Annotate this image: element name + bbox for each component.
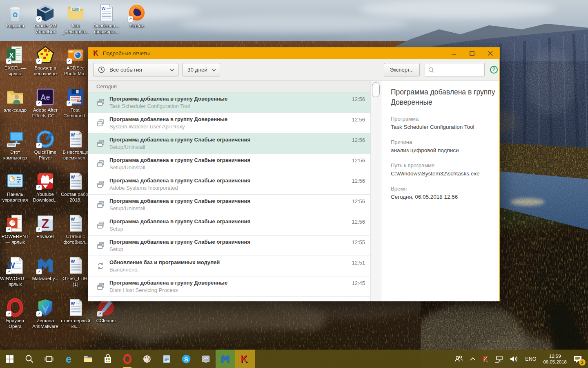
event-row[interactable]: Программа добавлена в группу Доверенные … <box>88 92 370 113</box>
taskbar-edge-button[interactable]: e <box>59 350 78 368</box>
close-button[interactable] <box>481 47 499 59</box>
desktop-icon-sandboxie[interactable]: ↗ Браузер в песочнице <box>30 45 61 76</box>
desktop-screen: ♻ Корзина ↗ Oracle VM VirtualBox foto _e… <box>0 0 588 368</box>
svg-text:W: W <box>71 132 75 137</box>
desktop-icon-osobenno-doc[interactable]: W Особенно... формиро... <box>91 3 122 34</box>
svg-text:W: W <box>71 259 75 264</box>
export-button[interactable]: Экспорт... <box>384 63 420 76</box>
malwarebytes-icon <box>220 354 231 364</box>
desktop-icon-statya-doc[interactable]: W Статья с фотобиол.. <box>60 214 91 245</box>
tray-network-button[interactable] <box>492 350 507 368</box>
taskbar-utility-button[interactable] <box>196 350 216 368</box>
tray-expand-button[interactable] <box>467 350 479 368</box>
maximize-button[interactable] <box>463 47 481 59</box>
shortcut-arrow-icon: ↗ <box>36 227 42 232</box>
notification-badge: 2 <box>579 359 586 366</box>
svg-text:e: e <box>66 353 71 365</box>
tray-kaspersky-button[interactable]: KK <box>479 350 492 368</box>
folder-icon <box>66 3 85 22</box>
taskbar-kaspersky-button[interactable]: KK <box>235 350 255 368</box>
shortcut-arrow-icon: ↗ <box>6 311 11 316</box>
people-icon <box>454 355 463 364</box>
search-input[interactable] <box>425 63 485 76</box>
event-row[interactable]: Программа добавлена в группу Слабые огра… <box>88 215 370 236</box>
desktop-icon-control-panel[interactable]: Панель управления <box>0 172 31 203</box>
taskbar-wordpad-button[interactable] <box>157 350 176 368</box>
start-button[interactable] <box>0 350 20 368</box>
taskbar-store-button[interactable] <box>98 350 118 368</box>
desktop-icon-opera[interactable]: ↗ Браузер Opera <box>0 298 31 329</box>
opera-icon: ↗ <box>6 298 24 317</box>
desktop-icon-this-pc[interactable]: Этот компьютер <box>0 130 31 161</box>
svg-text:W: W <box>102 6 106 11</box>
malwarebytes-icon: ↗ <box>36 256 55 275</box>
action-center-button[interactable]: 2 <box>570 350 588 368</box>
desktop-icon-acdsee[interactable]: ↗ ACDSee Photo Ma.. <box>60 45 91 76</box>
desktop-icon-recycle-bin[interactable]: ♻ Корзина <box>0 3 31 29</box>
taskbar-opera-button[interactable] <box>118 350 137 368</box>
desktop-icon-winword[interactable]: W↗ WINWORD — ярлык <box>0 256 31 287</box>
document-icon: W <box>97 3 116 22</box>
search-icon <box>428 67 434 73</box>
language-indicator[interactable]: ENG <box>521 350 540 368</box>
privazer-icon: Z↗ <box>36 214 55 233</box>
taskbar-malwarebytes-button[interactable] <box>216 350 235 368</box>
event-row[interactable]: Программа добавлена в группу Доверенные … <box>88 276 370 297</box>
task-view-button[interactable] <box>39 350 59 368</box>
shortcut-arrow-icon: ↗ <box>97 311 102 316</box>
desktop-icon-foto-folder[interactable]: foto _electripho... <box>60 3 91 34</box>
event-row[interactable]: Программа добавлена в группу Слабые огра… <box>88 133 370 154</box>
taskbar-skype-button[interactable]: S <box>176 350 196 368</box>
desktop-icon-quicktime[interactable]: ↗ QuickTime Player <box>30 130 61 161</box>
taskbar-paint-button[interactable] <box>137 350 157 368</box>
desktop-icon-after-effects[interactable]: Ae↗ Adobe After Effects CC... <box>30 88 61 119</box>
kaspersky-logo-icon: KK <box>93 50 100 57</box>
desktop-icon-user-folder[interactable]: александр <box>0 88 31 113</box>
event-row[interactable]: Программа добавлена в группу Доверенные … <box>88 113 370 133</box>
system-tray: KK ENG 12:5906.05.2018 2 <box>450 350 588 368</box>
shortcut-arrow-icon: ↗ <box>36 58 42 64</box>
document-icon: W <box>66 256 85 275</box>
event-row[interactable]: Обновление баз и программных модулей Вып… <box>88 256 370 276</box>
desktop-icon-zemana[interactable]: ↗ Zemana AntiMalware <box>30 298 61 329</box>
desktop-icon-excel[interactable]: X↗ EXCEL — ярлык <box>0 45 31 76</box>
desktop-icon-vnastoyashee-doc[interactable]: W В настояще время усп.. <box>60 130 91 161</box>
period-filter-dropdown[interactable]: 30 дней <box>183 63 220 76</box>
desktop-icon-ccleaner[interactable]: ↗ CCleaner <box>91 298 122 324</box>
event-row[interactable]: Программа добавлена в группу Слабые огра… <box>88 154 370 174</box>
desktop-icon-sostav-doc[interactable]: W Состав работ 2018. <box>60 172 91 203</box>
desktop-icon-malwarebytes[interactable]: ↗ Malwareby... <box>30 256 61 282</box>
utility-app-icon <box>201 354 211 364</box>
application-icon <box>97 99 105 106</box>
desktop-icon-total-commander[interactable]: 64:↗ Total Command.. <box>60 88 91 119</box>
desktop-icon-youtube-downloader[interactable]: ↗ Youtube Download... <box>30 172 61 203</box>
minimize-button[interactable] <box>444 47 463 59</box>
desktop-icon-otchet-gpn-doc[interactable]: W Отчет_ГПН. (1) <box>60 256 91 287</box>
desktop-icon-powerpoint[interactable]: ↗ POWERPNT — ярлык <box>0 214 31 245</box>
help-button[interactable]: ? <box>490 66 498 74</box>
windows-logo-icon <box>5 355 14 364</box>
kaspersky-icon: KK <box>240 354 250 364</box>
event-details-panel: Программа добавлена в группу Доверенные … <box>381 81 499 301</box>
clock[interactable]: 12:5906.05.2018 <box>540 350 570 368</box>
desktop-icon-firefox[interactable]: ↗ Firefox <box>121 3 152 29</box>
taskbar-explorer-button[interactable] <box>78 350 98 368</box>
people-button[interactable] <box>450 350 467 368</box>
desktop-icon-privazer[interactable]: Z↗ PrivaZer <box>30 214 61 240</box>
svg-text:S: S <box>184 355 188 362</box>
event-row[interactable]: Программа добавлена в группу Слабые огра… <box>88 195 370 215</box>
taskbar-search-button[interactable] <box>20 350 39 368</box>
events-filter-dropdown[interactable]: Все события <box>93 63 178 76</box>
list-scrollbar[interactable] <box>371 81 381 301</box>
desktop-icon-virtualbox[interactable]: ↗ Oracle VM VirtualBox <box>30 3 61 34</box>
application-icon <box>97 221 105 229</box>
event-row[interactable]: Программа добавлена в группу Слабые огра… <box>88 236 370 256</box>
window-titlebar[interactable]: KK Подробные отчеты <box>88 47 499 59</box>
tray-volume-button[interactable] <box>507 350 521 368</box>
list-group-header: Сегодня <box>88 81 370 92</box>
details-time-value: Сегодня, 06.05.2018 12:56 <box>391 193 496 201</box>
desktop-icon-otchet-doc[interactable]: W отчет первый кв... <box>60 298 91 329</box>
tray-date: 06.05.2018 <box>543 359 567 365</box>
scrollbar-thumb[interactable] <box>372 82 380 97</box>
event-row[interactable]: Программа добавлена в группу Слабые огра… <box>88 174 370 195</box>
